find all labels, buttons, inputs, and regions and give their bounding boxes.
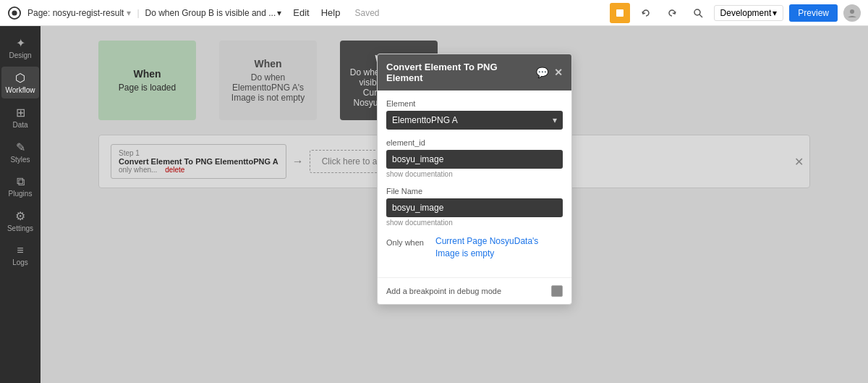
sidebar: ✦ Design ⬡ Workflow ⊞ Data ✎ Styles ⧉ Pl… <box>0 26 41 383</box>
dev-dropdown-icon: ▾ <box>773 8 777 18</box>
sidebar-item-styles[interactable]: ✎ Styles <box>1 136 39 168</box>
sidebar-item-label-design: Design <box>9 51 31 59</box>
data-icon: ⊞ <box>16 106 25 119</box>
svg-point-1 <box>12 10 17 15</box>
sidebar-item-label-settings: Settings <box>7 224 33 232</box>
workflow-icon: ⬡ <box>15 71 25 85</box>
element-field: Element ElementtoPNG A ▾ <box>386 99 563 130</box>
settings-icon: ⚙ <box>15 209 25 223</box>
undo-button[interactable] <box>636 3 656 23</box>
modal-close-icon[interactable]: ✕ <box>554 67 563 78</box>
workflow-dropdown-icon: ▾ <box>277 8 281 18</box>
sidebar-item-label-workflow: Workflow <box>6 86 35 94</box>
top-nav: Edit Help Saved <box>293 7 379 18</box>
design-icon: ✦ <box>16 36 25 50</box>
svg-point-3 <box>694 9 700 15</box>
sidebar-item-workflow[interactable]: ⬡ Workflow <box>1 67 39 98</box>
convert-element-modal: Convert Element To PNG Element 💬 ✕ Eleme… <box>377 54 572 305</box>
modal-comment-icon[interactable]: 💬 <box>536 67 548 78</box>
workflow-label: Do when Group B is visible and ... <box>145 8 276 18</box>
svg-rect-2 <box>616 9 624 17</box>
sidebar-item-label-data: Data <box>12 121 27 129</box>
element-id-value: bosyu_image <box>392 154 443 164</box>
saved-status: Saved <box>354 8 379 18</box>
only-when-label: Only when <box>386 235 430 247</box>
sidebar-item-label-logs: Logs <box>12 258 28 266</box>
only-when-section: Only when Current Page NosyuData's Image… <box>386 235 563 260</box>
separator: | <box>137 8 139 18</box>
page-name: Page: nosyu-regist-result <box>27 8 124 18</box>
dev-label: Development <box>720 8 772 18</box>
sidebar-item-logs[interactable]: ≡ Logs <box>1 240 39 271</box>
redo-button[interactable] <box>662 3 682 23</box>
file-name-doc[interactable]: show documentation <box>386 219 563 227</box>
modal-body: Element ElementtoPNG A ▾ element_id bosy… <box>378 91 571 277</box>
svg-point-5 <box>850 9 854 14</box>
main-content: When Page is loaded When Do when Element… <box>41 26 868 383</box>
element-id-label: element_id <box>386 138 563 147</box>
workflow-dropdown[interactable]: Do when Group B is visible and ... ▾ <box>145 8 282 18</box>
styles-icon: ✎ <box>16 140 25 154</box>
element-select[interactable]: ElementtoPNG A ▾ <box>386 111 563 130</box>
edit-menu[interactable]: Edit <box>293 7 309 18</box>
sidebar-item-plugins[interactable]: ⧉ Plugins <box>1 171 39 202</box>
modal-footer: Add a breakpoint in debug mode <box>378 277 571 304</box>
search-button[interactable] <box>688 3 708 23</box>
element-id-doc[interactable]: show documentation <box>386 170 563 178</box>
modal-header-icons: 💬 ✕ <box>536 67 563 78</box>
main-layout: ✦ Design ⬡ Workflow ⊞ Data ✎ Styles ⧉ Pl… <box>0 26 868 383</box>
sidebar-item-data[interactable]: ⊞ Data <box>1 101 39 133</box>
breakpoint-label: Add a breakpoint in debug mode <box>386 287 545 295</box>
sidebar-item-label-styles: Styles <box>10 156 30 164</box>
bubble-logo <box>7 6 22 20</box>
plugins-icon: ⧉ <box>17 175 25 188</box>
breakpoint-checkbox[interactable] <box>551 285 563 297</box>
element-label: Element <box>386 99 563 108</box>
upgrade-button[interactable] <box>610 3 630 23</box>
file-name-value: bosyu_image <box>392 203 443 213</box>
user-avatar[interactable] <box>843 4 861 22</box>
page-dropdown-icon[interactable]: ▾ <box>127 8 131 18</box>
only-when-value[interactable]: Current Page NosyuData's Image is empty <box>435 235 563 260</box>
file-name-input[interactable]: bosyu_image <box>386 198 563 217</box>
topbar: Page: nosyu-regist-result ▾ | Do when Gr… <box>0 0 868 26</box>
file-name-field: File Name bosyu_image show documentation <box>386 187 563 227</box>
topbar-right: Development ▾ Preview <box>610 3 861 23</box>
element-id-field: element_id bosyu_image show documentatio… <box>386 138 563 178</box>
sidebar-item-design[interactable]: ✦ Design <box>1 32 39 64</box>
logs-icon: ≡ <box>17 244 23 257</box>
sidebar-item-label-plugins: Plugins <box>9 190 33 198</box>
page-info: Page: nosyu-regist-result ▾ <box>27 8 131 18</box>
help-menu[interactable]: Help <box>321 7 341 18</box>
modal-header: Convert Element To PNG Element 💬 ✕ <box>378 54 571 91</box>
element-dropdown-icon[interactable]: ▾ <box>553 115 557 125</box>
sidebar-item-settings[interactable]: ⚙ Settings <box>1 205 39 237</box>
preview-button[interactable]: Preview <box>789 4 838 22</box>
element-id-input[interactable]: bosyu_image <box>386 150 563 169</box>
svg-line-4 <box>699 14 702 17</box>
modal-title: Convert Element To PNG Element <box>386 62 536 83</box>
element-value: ElementtoPNG A <box>392 115 458 125</box>
file-name-label: File Name <box>386 187 563 195</box>
dev-environment-dropdown[interactable]: Development ▾ <box>714 5 784 21</box>
